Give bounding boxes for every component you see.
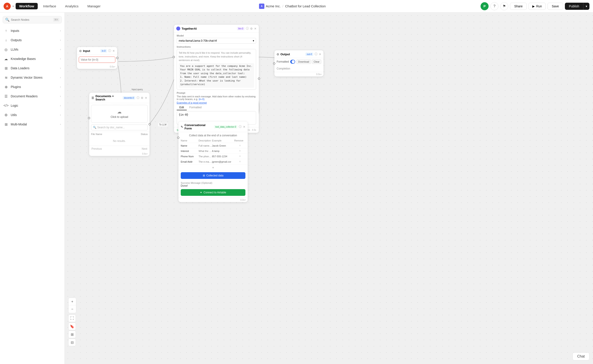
table-row: Email Addr The e-mail of th jgreen@gmail…: [178, 159, 248, 164]
outputs-arrow: ›: [60, 39, 61, 42]
canvas[interactable]: ⊙ Input in-0 ⓘ ✕ 0.0s+ ☰ Documents + Sea…: [65, 13, 593, 364]
prompt-tab-edit[interactable]: Edit: [177, 105, 187, 110]
output-download-btn[interactable]: Download: [296, 59, 311, 64]
utils-icon: ⚙: [4, 112, 8, 117]
map-btn[interactable]: ⊟: [68, 339, 76, 346]
instructions-value[interactable]: You are a support agent for the company …: [179, 63, 254, 88]
output-clear-btn[interactable]: Clear: [312, 59, 321, 64]
sidebar-item-data-loaders[interactable]: ⊞ Data Loaders ›: [0, 64, 64, 73]
together-info-icon[interactable]: ⓘ: [246, 26, 249, 31]
output-node-header: ⊙ Output out-0 ⓘ ✕: [274, 50, 323, 58]
together-settings-icon[interactable]: ⚙: [250, 27, 253, 30]
input-value-field[interactable]: [79, 57, 115, 63]
sidebar-item-dynamic-vector-stores[interactable]: ≋ Dynamic Vector Stores ›: [0, 73, 64, 82]
together-logo-icon: [176, 26, 180, 31]
zoom-out-btn[interactable]: −: [68, 306, 76, 313]
chat-label[interactable]: Chat: [573, 352, 589, 360]
run-label: Run: [536, 5, 542, 8]
docs-info-icon[interactable]: ⓘ: [136, 96, 139, 100]
row-0-remove[interactable]: ✕: [234, 144, 245, 147]
row-2-remove[interactable]: ✕: [234, 155, 245, 158]
row-1-remove[interactable]: ✕: [234, 150, 245, 152]
output-node-icon: ⊙: [277, 52, 279, 56]
docs-settings-icon[interactable]: ⚙: [141, 96, 143, 100]
sidebar-item-plugins[interactable]: ⊕ Plugins ›: [0, 82, 64, 91]
docs-search-bar[interactable]: 🔍 Search by doc_name...: [91, 124, 148, 130]
sidebar-item-document-readers[interactable]: ☰ Document Readers ›: [0, 91, 64, 101]
sidebar-item-logic[interactable]: </> Logic ›: [0, 101, 64, 110]
share-button[interactable]: Share: [510, 3, 527, 10]
zoom-in-btn[interactable]: +: [68, 298, 76, 306]
row-0-name: Name: [181, 144, 199, 147]
together-close-icon[interactable]: ✕: [254, 27, 256, 30]
save-button[interactable]: Save: [547, 3, 563, 10]
conv-subtitle: Collect data at the end of a conversatio…: [178, 132, 248, 138]
avatar-button[interactable]: P: [481, 2, 489, 10]
sidebar-item-multi-modal[interactable]: ⊞ Multi-Modal ›: [0, 120, 64, 129]
prompt-desc: The data sent in each message. Add data …: [177, 95, 256, 100]
company-info: A Acme Inc.: [259, 4, 281, 9]
docs-col-filename: File Name: [91, 133, 141, 136]
output-info-icon[interactable]: ⓘ: [315, 52, 317, 56]
bookmark-btn[interactable]: 🔖: [68, 323, 76, 330]
inputs-arrow: ›: [60, 29, 61, 32]
sidebar-item-knowledge-bases[interactable]: ☁ Knowledge Bases ›: [0, 54, 64, 64]
airtable-btn[interactable]: ✦ Connect to Airtable: [181, 189, 245, 196]
knowledge-bases-arrow: ›: [60, 57, 61, 60]
output-completion-label: Completion: [274, 65, 323, 72]
grid-btn[interactable]: ⊞: [68, 331, 76, 338]
input-close-icon[interactable]: ✕: [112, 49, 115, 52]
input-info-icon[interactable]: ⓘ: [108, 49, 111, 53]
input-node-body: [77, 55, 117, 65]
prompt-label: Prompt: [177, 91, 256, 94]
instructions-box[interactable]: Tell the AI how you'd like it to respond…: [177, 49, 256, 90]
logo-chevron[interactable]: ▾: [13, 5, 14, 8]
sidebar-item-utils[interactable]: ⚙ Utils ›: [0, 110, 64, 120]
docs-close-icon[interactable]: ✕: [145, 96, 147, 100]
conv-close-icon[interactable]: ✕: [243, 125, 245, 129]
tab-manager[interactable]: Manager: [84, 3, 104, 9]
docs-input-connector: [88, 117, 90, 119]
docs-next-btn[interactable]: Next: [142, 147, 147, 150]
publish-button[interactable]: Publish ▾: [565, 3, 589, 10]
dynamic-vector-stores-arrow: ›: [60, 76, 61, 79]
prompt-link[interactable]: Examples of a good prompt: [177, 101, 207, 104]
search-bar: 🔍 ⌘K: [3, 16, 62, 23]
top-nav: A ▾ Workflow Interface Analytics Manager…: [0, 0, 593, 13]
sidebar-item-inputs[interactable]: ↑ Inputs ›: [0, 26, 64, 35]
row-3-desc: The e-mail of th: [199, 160, 212, 163]
success-msg-value: Done!: [181, 184, 245, 187]
tab-interface[interactable]: Interface: [40, 3, 60, 9]
together-cost: 4.5s: [252, 129, 256, 131]
conv-info-icon[interactable]: ⓘ: [239, 125, 242, 129]
output-node-title: Output: [280, 52, 304, 56]
docs-prev-btn[interactable]: Previous: [91, 147, 102, 150]
search-input[interactable]: [11, 18, 52, 21]
row-3-remove[interactable]: ✕: [234, 160, 245, 163]
model-select[interactable]: meta-llama/Llama-3-70b-chat-hf ▾: [177, 38, 256, 44]
docs-upload-area[interactable]: ☁ Click to upload: [91, 105, 148, 123]
nav-actions: P ? ⚑ Share ▶ Run Save Publish ▾: [481, 2, 589, 10]
table-row: Phone Num The phone num 857-555-1234 ✕: [178, 154, 248, 159]
conv-node-icon: ✎: [181, 125, 183, 129]
collected-data-btn[interactable]: ⊞ Collected data: [181, 172, 245, 179]
sidebar-item-llms[interactable]: ◎ LLMs ›: [0, 45, 64, 54]
run-button[interactable]: ▶ Run: [529, 3, 546, 10]
tab-workflow[interactable]: Workflow: [16, 3, 38, 9]
output-formatted-toggle[interactable]: [290, 60, 295, 64]
instructions-hint: Tell the AI how you'd like it to respond…: [179, 51, 254, 62]
prompt-tab-formatted[interactable]: Formatted: [187, 105, 204, 110]
docs-icon: ☰: [91, 96, 94, 100]
upload-text: Click to upload: [95, 115, 143, 118]
table-row: Interest What the user i A lamp ✕: [178, 148, 248, 154]
sidebar-label-dynamic-vector-stores: Dynamic Vector Stores: [11, 76, 60, 79]
output-close-icon[interactable]: ✕: [319, 52, 321, 56]
tab-analytics[interactable]: Analytics: [61, 3, 82, 9]
fit-view-btn[interactable]: ⛶: [68, 315, 76, 322]
flag-button[interactable]: ⚑: [500, 2, 508, 10]
sidebar-item-outputs[interactable]: ↓ Outputs ›: [0, 35, 64, 45]
help-button[interactable]: ?: [490, 2, 499, 10]
conv-table-header: Name Description Example Remove: [178, 138, 248, 143]
output-node: ⊙ Output out-0 ⓘ ✕ Formatted Download Cl…: [274, 50, 323, 76]
add-row-btn[interactable]: +: [178, 164, 248, 171]
